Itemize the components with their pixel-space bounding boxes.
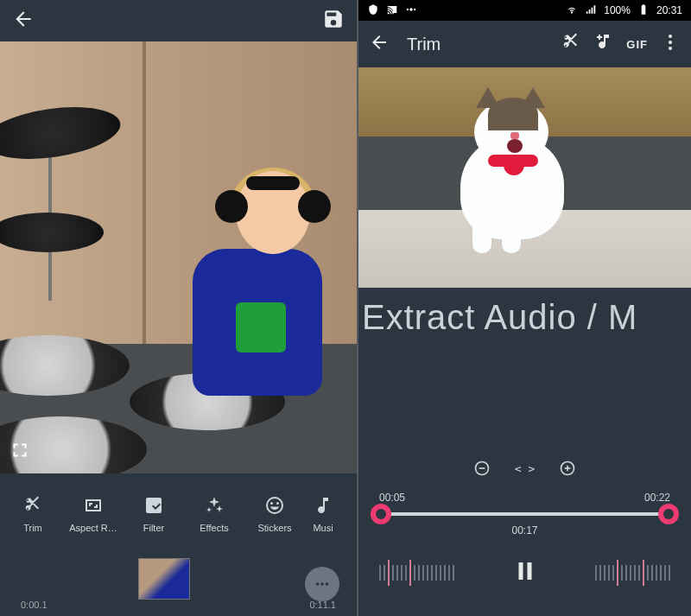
- notif-cast-icon: [386, 3, 398, 18]
- svg-point-1: [320, 582, 324, 586]
- pause-button[interactable]: [512, 558, 538, 587]
- svg-point-2: [326, 582, 329, 586]
- filter-icon: [143, 495, 164, 518]
- trim-panel: 100% 20:31 Trim GIF: [357, 0, 691, 616]
- wifi-icon: [566, 3, 578, 18]
- overflow-menu-button[interactable]: [660, 32, 681, 56]
- tool-aspect-ratio[interactable]: Aspect R…: [66, 473, 121, 555]
- trim-end-label: 00:22: [644, 492, 670, 504]
- trim-end-handle[interactable]: [658, 504, 679, 524]
- gif-button[interactable]: GIF: [626, 38, 648, 51]
- left-timeline: 0:00.1 0:11.1: [0, 555, 357, 613]
- battery-percent: 100%: [604, 4, 631, 16]
- preview-content: [358, 67, 691, 288]
- timeline-end-time: 0:11.1: [309, 600, 336, 610]
- back-button[interactable]: [369, 32, 390, 56]
- trim-start-handle[interactable]: [371, 504, 391, 524]
- ruler-right: [595, 557, 670, 588]
- ruler-left: [379, 557, 454, 588]
- tool-label: Musi: [313, 523, 333, 533]
- signal-icon: [585, 3, 597, 18]
- tool-label: Aspect R…: [69, 523, 117, 533]
- tool-music[interactable]: Musi: [307, 473, 339, 555]
- trim-start-label: 00:05: [379, 492, 405, 504]
- spacer: [358, 346, 691, 450]
- clip-thumbnail[interactable]: [138, 558, 190, 600]
- smiley-icon: [264, 495, 285, 518]
- trim-current-label: 00:17: [511, 524, 537, 537]
- save-button[interactable]: [322, 8, 345, 34]
- aspect-ratio-icon: [83, 495, 104, 518]
- feature-caption: Extract Audio / M: [358, 288, 691, 346]
- svg-point-3: [409, 8, 413, 11]
- fullscreen-button[interactable]: [9, 439, 31, 465]
- video-preview[interactable]: [0, 41, 357, 473]
- svg-point-6: [669, 35, 672, 38]
- tool-stickers[interactable]: Stickers: [247, 473, 302, 555]
- zoom-out-button[interactable]: [473, 460, 491, 477]
- tool-label: Filter: [143, 523, 164, 533]
- timeline-start-time: 0:00.1: [21, 600, 48, 610]
- back-button[interactable]: [12, 8, 35, 34]
- notif-nav-icon: [367, 3, 379, 18]
- music-note-icon: [313, 495, 333, 518]
- svg-point-5: [414, 8, 415, 10]
- editor-main-panel: Trim Aspect R… Filter Effects Stickers M…: [0, 0, 357, 616]
- sparkle-icon: [204, 495, 225, 518]
- screen-title: Trim: [407, 35, 441, 54]
- trim-preview[interactable]: [358, 67, 691, 288]
- left-topbar: [0, 0, 357, 41]
- tool-label: Stickers: [257, 523, 291, 533]
- tool-label: Effects: [200, 523, 228, 533]
- center-marker: < >: [515, 462, 535, 475]
- svg-point-7: [669, 41, 672, 44]
- add-music-button[interactable]: [593, 32, 614, 56]
- svg-point-8: [669, 47, 672, 50]
- zoom-controls: < >: [358, 450, 691, 486]
- preview-content: [0, 41, 357, 473]
- notif-misc-icon: [405, 3, 417, 18]
- trim-track: [379, 512, 670, 516]
- timeline-ruler[interactable]: [358, 547, 691, 599]
- battery-icon: [637, 3, 650, 18]
- tool-filter[interactable]: Filter: [126, 473, 181, 555]
- status-bar: 100% 20:31: [358, 0, 691, 21]
- trim-topbar: Trim GIF: [358, 21, 691, 67]
- more-button[interactable]: [305, 567, 339, 601]
- tool-label: Trim: [23, 523, 42, 533]
- svg-point-0: [316, 582, 320, 586]
- cut-button[interactable]: [561, 32, 581, 56]
- tool-trim[interactable]: Trim: [5, 473, 60, 555]
- zoom-in-button[interactable]: [559, 460, 576, 477]
- tool-effects[interactable]: Effects: [187, 473, 242, 555]
- scissors-icon: [22, 495, 43, 518]
- tool-strip: Trim Aspect R… Filter Effects Stickers M…: [0, 473, 357, 555]
- trim-slider[interactable]: 00:05 00:22 00:17: [358, 486, 691, 547]
- clock-time: 20:31: [656, 4, 682, 16]
- svg-point-4: [407, 8, 409, 10]
